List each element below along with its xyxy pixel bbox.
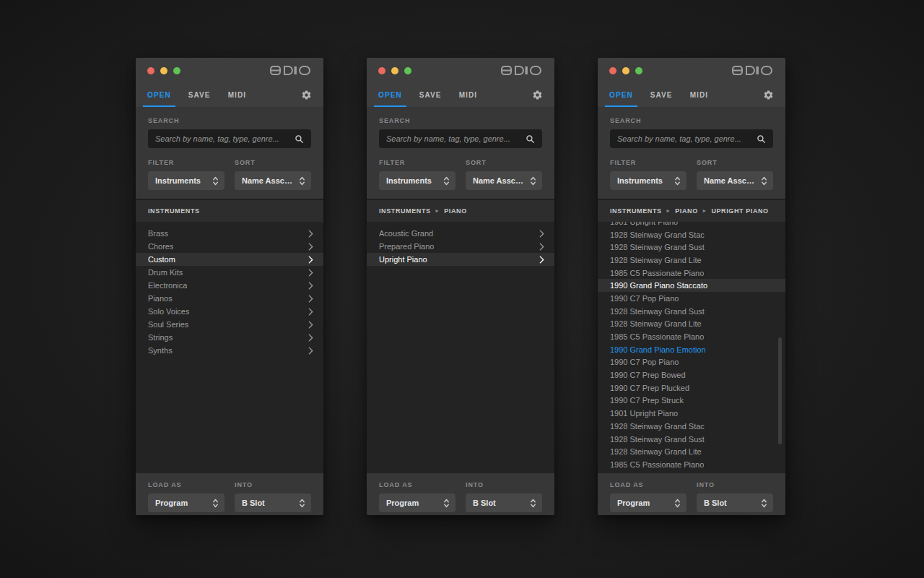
tab-open[interactable]: OPEN xyxy=(147,83,171,107)
list-item-label: Chores xyxy=(148,242,173,251)
search-icon xyxy=(757,134,766,144)
chevron-right-icon xyxy=(308,295,313,303)
load-as-select[interactable]: Program xyxy=(379,493,456,512)
tab-bar: OPEN SAVE MIDI xyxy=(367,83,554,107)
close-button[interactable] xyxy=(147,67,154,74)
list-item[interactable]: 1985 C5 Passionate Piano xyxy=(598,330,785,343)
list-item[interactable]: Strings xyxy=(136,331,323,344)
traffic-lights xyxy=(147,67,180,74)
filter-select[interactable]: Instruments xyxy=(610,171,687,190)
filter-select[interactable]: Instruments xyxy=(148,171,225,190)
load-as-select[interactable]: Program xyxy=(148,493,225,512)
scrollbar-thumb[interactable] xyxy=(778,337,782,444)
into-select[interactable]: B Slot xyxy=(466,493,542,512)
tab-midi[interactable]: MIDI xyxy=(690,83,709,107)
list-item[interactable]: 1928 Steinway Grand Sust xyxy=(598,433,785,446)
list-item[interactable]: 1990 Grand Piano Staccato xyxy=(598,471,785,473)
load-as-label: LOAD AS xyxy=(148,481,225,488)
into-select[interactable]: B Slot xyxy=(235,493,311,512)
filter-select[interactable]: Instruments xyxy=(379,171,456,190)
sort-select-value: Name Asscending xyxy=(242,176,295,185)
close-button[interactable] xyxy=(609,67,616,74)
zoom-button[interactable] xyxy=(404,67,411,74)
breadcrumb-item[interactable]: PIANO xyxy=(675,207,698,215)
list-item[interactable]: Synths xyxy=(136,344,323,357)
list-item-label: 1928 Steinway Grand Sust xyxy=(610,243,705,251)
list-item[interactable]: Electronica xyxy=(136,279,323,292)
breadcrumb-item[interactable]: PIANO xyxy=(444,207,467,215)
search-box xyxy=(610,129,773,148)
chevron-right-icon xyxy=(308,321,313,329)
list-item[interactable]: 1990 C7 Prep Struck xyxy=(598,394,785,407)
minimize-button[interactable] xyxy=(622,67,629,74)
list-item[interactable]: 1990 C7 Prep Plucked xyxy=(598,381,785,394)
close-button[interactable] xyxy=(378,67,385,74)
list-item[interactable]: 1928 Steinway Grand Lite xyxy=(598,445,785,458)
list-item[interactable]: 1928 Steinway Grand Lite xyxy=(598,254,785,267)
breadcrumb-item[interactable]: INSTRUMENTS xyxy=(379,207,431,215)
chevron-right-icon xyxy=(308,334,313,342)
list-item[interactable]: 1990 Grand Piano Staccato xyxy=(598,279,785,292)
minimize-button[interactable] xyxy=(160,67,167,74)
breadcrumb-item[interactable]: INSTRUMENTS xyxy=(148,207,200,215)
instrument-list: BrassChoresCustomDrum KitsElectronicaPia… xyxy=(136,222,323,473)
into-select[interactable]: B Slot xyxy=(697,493,773,512)
chevron-right-icon xyxy=(539,230,544,238)
tab-midi[interactable]: MIDI xyxy=(459,83,478,107)
breadcrumb-item[interactable]: UPRIGHT PIANO xyxy=(711,207,768,215)
list-item[interactable]: 1990 Grand Piano Emotion xyxy=(598,343,785,356)
tab-save[interactable]: SAVE xyxy=(419,83,442,107)
list-item[interactable]: 1901 Upright Piano xyxy=(598,222,785,228)
list-item[interactable]: 1990 C7 Prep Bowed xyxy=(598,368,785,381)
tab-open[interactable]: OPEN xyxy=(609,83,633,107)
list-item[interactable]: Prepared Piano xyxy=(367,240,554,253)
tab-save[interactable]: SAVE xyxy=(650,83,673,107)
list-item[interactable]: 1990 C7 Pop Piano xyxy=(598,356,785,369)
tab-save[interactable]: SAVE xyxy=(188,83,211,107)
list-item[interactable]: Acoustic Grand xyxy=(367,227,554,240)
traffic-lights xyxy=(609,67,642,74)
zoom-button[interactable] xyxy=(635,67,642,74)
search-icon xyxy=(295,134,304,144)
list-item-label: 1990 C7 Pop Piano xyxy=(610,358,679,366)
8dio-logo xyxy=(270,66,310,75)
sort-select[interactable]: Name Asscending xyxy=(466,171,542,190)
list-item-label: 1901 Upright Piano xyxy=(610,222,678,226)
list-item[interactable]: Solo Voices xyxy=(136,305,323,318)
list-item[interactable]: Soul Series xyxy=(136,318,323,331)
tab-midi[interactable]: MIDI xyxy=(228,83,247,107)
list-item[interactable]: Pianos xyxy=(136,292,323,305)
breadcrumb-item[interactable]: INSTRUMENTS xyxy=(610,207,662,215)
settings-gear-icon[interactable] xyxy=(532,83,543,107)
list-item[interactable]: Chores xyxy=(136,240,323,253)
load-as-select[interactable]: Program xyxy=(610,493,687,512)
list-item[interactable]: 1985 C5 Passionate Piano xyxy=(598,458,785,471)
search-input[interactable] xyxy=(386,134,526,143)
filter-sort-row: FILTER Instruments SORT Name Asscending xyxy=(610,159,773,190)
settings-gear-icon[interactable] xyxy=(763,83,774,107)
sort-select[interactable]: Name Asscending xyxy=(235,171,311,190)
list-item[interactable]: 1985 C5 Passionate Piano xyxy=(598,267,785,280)
list-item[interactable]: 1901 Upright Piano xyxy=(598,407,785,420)
zoom-button[interactable] xyxy=(173,67,180,74)
filter-select-value: Instruments xyxy=(155,176,201,185)
minimize-button[interactable] xyxy=(391,67,398,74)
search-input[interactable] xyxy=(155,134,295,143)
list-item[interactable]: 1928 Steinway Grand Sust xyxy=(598,305,785,318)
list-item[interactable]: 1928 Steinway Grand Stac xyxy=(598,420,785,433)
list-item[interactable]: Drum Kits xyxy=(136,266,323,279)
list-item[interactable]: Brass xyxy=(136,227,323,240)
search-input[interactable] xyxy=(617,134,757,143)
list-item-label: 1990 C7 Prep Plucked xyxy=(610,384,689,392)
list-item[interactable]: Upright Piano xyxy=(367,253,554,266)
list-item[interactable]: 1928 Steinway Grand Stac xyxy=(598,228,785,241)
sort-select[interactable]: Name Asscending xyxy=(697,171,773,190)
list-item[interactable]: 1990 C7 Pop Piano xyxy=(598,292,785,305)
chevron-right-icon xyxy=(308,230,313,238)
settings-gear-icon[interactable] xyxy=(301,83,312,107)
instrument-list-items: BrassChoresCustomDrum KitsElectronicaPia… xyxy=(136,227,323,357)
list-item[interactable]: 1928 Steinway Grand Lite xyxy=(598,318,785,331)
list-item[interactable]: Custom xyxy=(136,253,323,266)
tab-open[interactable]: OPEN xyxy=(378,83,402,107)
list-item[interactable]: 1928 Steinway Grand Sust xyxy=(598,241,785,254)
